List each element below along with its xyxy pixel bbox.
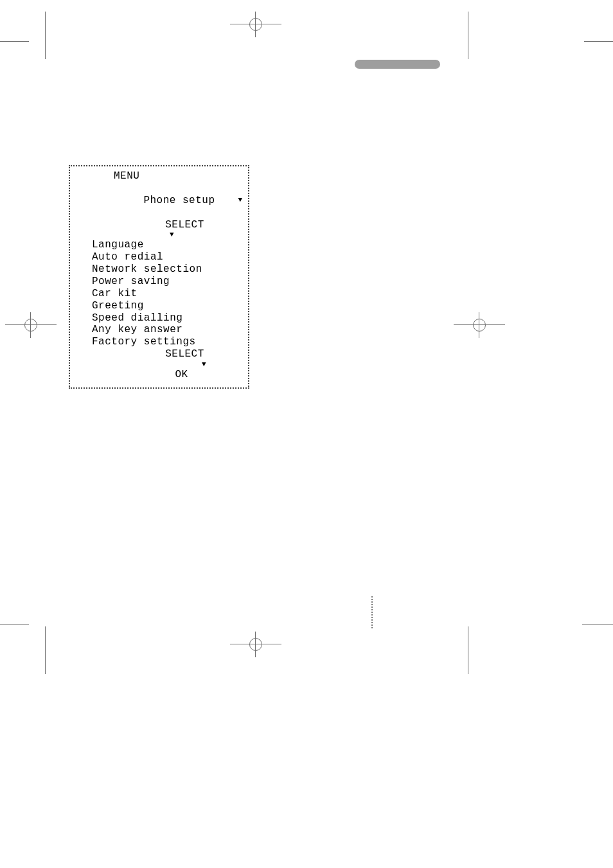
menu-current-item[interactable]: Phone setup▼	[76, 182, 242, 219]
menu-current-label: Phone setup	[143, 195, 215, 206]
menu-item[interactable]: Greeting	[76, 300, 242, 312]
chevron-down-icon: ▼	[238, 196, 243, 204]
menu-item[interactable]: Any key answer	[76, 324, 242, 336]
chevron-down-icon: ▼	[76, 360, 242, 369]
menu-item[interactable]: Network selection	[76, 263, 242, 276]
crop-mark-top-left	[0, 12, 39, 50]
crop-mark-bottom-left	[0, 616, 39, 655]
menu-item[interactable]: Speed dialling	[76, 312, 242, 324]
select-softkey[interactable]: SELECT	[76, 219, 242, 231]
registration-mark-left	[5, 312, 57, 338]
ok-softkey[interactable]: OK	[76, 369, 242, 381]
chevron-down-icon: ▼	[76, 231, 242, 239]
select-softkey[interactable]: SELECT	[76, 348, 242, 360]
menu-item[interactable]: Car kit	[76, 288, 242, 300]
registration-mark-bottom	[230, 632, 281, 657]
registration-mark-right	[454, 312, 505, 338]
menu-item[interactable]: Language	[76, 239, 242, 251]
menu-title: MENU	[76, 170, 242, 182]
menu-screen-box: MENU Phone setup▼ SELECT ▼ Language Auto…	[69, 165, 249, 389]
menu-item[interactable]: Auto redial	[76, 251, 242, 263]
registration-mark-top	[230, 12, 281, 37]
crop-mark-bottom-right	[574, 616, 613, 655]
menu-item[interactable]: Factory settings	[76, 336, 242, 348]
dotted-divider	[371, 596, 373, 628]
crop-mark-top-right	[574, 12, 613, 50]
thumb-tab	[355, 60, 440, 69]
menu-item[interactable]: Power saving	[76, 276, 242, 288]
